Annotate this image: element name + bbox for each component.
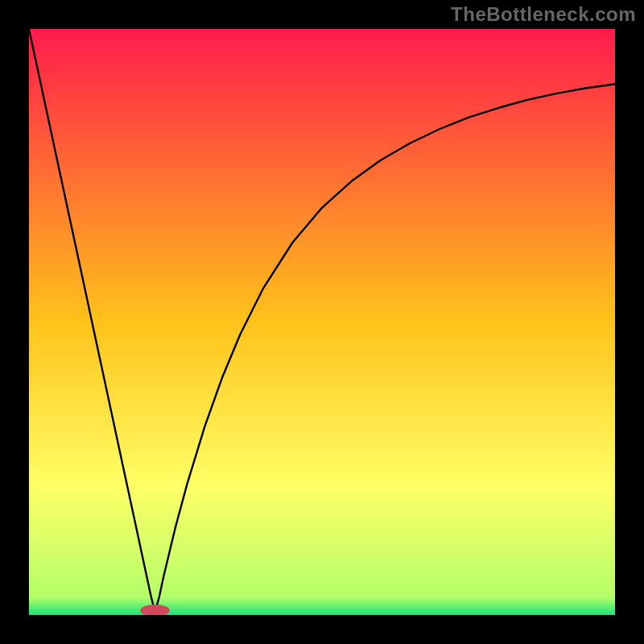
watermark-text: TheBottleneck.com bbox=[451, 3, 636, 26]
gradient-background bbox=[29, 29, 615, 615]
plot-area bbox=[29, 29, 615, 615]
chart-svg bbox=[29, 29, 615, 615]
chart-outer: TheBottleneck.com bbox=[0, 0, 644, 644]
